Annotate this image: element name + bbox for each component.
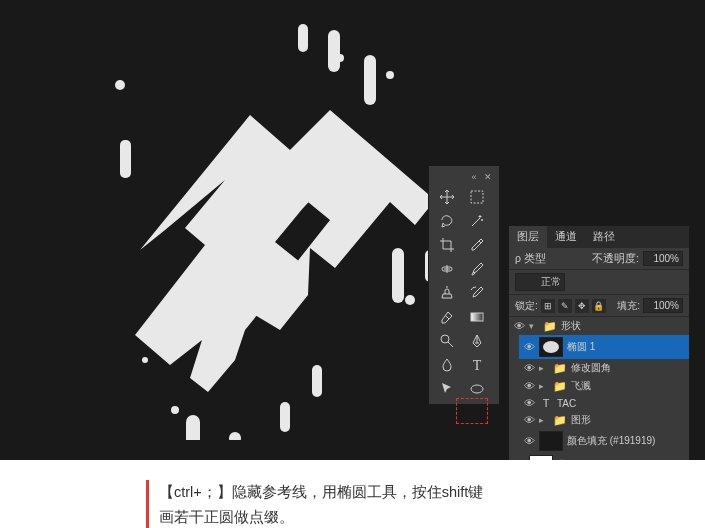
svg-rect-13 [186,415,200,440]
visibility-icon[interactable]: 👁 [523,341,535,353]
visibility-icon[interactable]: 👁 [523,362,535,374]
svg-point-3 [229,432,241,440]
svg-text:T: T [473,358,482,373]
layer-color-fill[interactable]: 👁颜色填充 (#191919) [519,429,689,453]
lock-position-icon[interactable]: ✥ [575,299,589,313]
svg-point-19 [441,335,449,343]
ellipse-tool[interactable] [463,378,491,400]
svg-point-4 [405,295,415,305]
svg-point-1 [386,71,394,79]
tab-channels[interactable]: 通道 [547,226,585,248]
layer-name: 颜色填充 (#191919) [567,434,655,448]
layer-group-round-corners[interactable]: 👁▸📁修改圆角 [519,359,689,377]
move-tool[interactable] [433,186,461,208]
expand-icon[interactable]: ▸ [539,415,549,425]
layer-name: TAC [557,398,576,409]
magic-wand-tool[interactable] [463,210,491,232]
layer-thumb [539,337,563,357]
layer-group-graphics[interactable]: 👁▸📁图形 [519,411,689,429]
svg-rect-8 [328,30,340,72]
crop-tool[interactable] [433,234,461,256]
caption-line-1: 【ctrl+；】隐藏参考线，用椭圆工具，按住shift键 [159,480,559,505]
dodge-tool[interactable] [433,330,461,352]
layer-name: 椭圆 1 [567,340,595,354]
visibility-icon[interactable]: 👁 [523,414,535,426]
svg-rect-15 [312,365,322,397]
visibility-icon[interactable]: 👁 [523,435,535,447]
layer-thumb [529,455,553,460]
layers-panel: 图层 通道 路径 ρ 类型 不透明度: 100% 正常 锁定: ⊞ ✎ ✥ 🔒 … [508,225,690,460]
svg-rect-14 [280,402,290,432]
visibility-icon[interactable]: 👁 [523,397,535,409]
layer-text-tac[interactable]: 👁TTAC [519,395,689,411]
folder-icon: 📁 [553,380,567,393]
folder-icon: 📁 [543,320,557,333]
path-selection-tool[interactable] [433,378,461,400]
panel-close-icon[interactable]: ✕ [483,172,493,182]
visibility-icon[interactable]: 👁 [523,380,535,392]
svg-point-2 [171,406,179,414]
svg-rect-9 [298,24,308,52]
svg-point-0 [115,80,125,90]
panel-collapse-icon[interactable]: « [469,172,479,182]
layer-name: 飞溅 [571,379,591,393]
layer-group-splash[interactable]: 👁▸📁飞溅 [519,377,689,395]
gradient-tool[interactable] [463,306,491,328]
svg-rect-10 [364,55,376,105]
lock-transparency-icon[interactable]: ⊞ [541,299,555,313]
text-layer-icon: T [539,397,553,409]
layer-name: 图形 [571,413,591,427]
folder-icon: 📁 [553,414,567,427]
svg-rect-7 [120,140,131,178]
expand-icon[interactable]: ▾ [529,321,539,331]
pen-tool[interactable] [463,330,491,352]
expand-icon[interactable]: ▸ [539,363,549,373]
layer-ellipse-1[interactable]: 👁椭圆 1 [519,335,689,359]
layer-thumb [539,431,563,451]
svg-rect-18 [471,313,483,321]
caption-line-2: 画若干正圆做点缀。 [159,505,559,528]
healing-brush-tool[interactable] [433,258,461,280]
folder-icon: 📁 [553,362,567,375]
blur-tool[interactable] [433,354,461,376]
lock-all-icon[interactable]: 🔒 [592,299,606,313]
kind-filter-label: ρ 类型 [515,252,546,266]
marquee-tool[interactable] [463,186,491,208]
lock-label: 锁定: [515,299,538,313]
layer-tree: 👁▾📁形状 👁椭圆 1 👁▸📁修改圆角 👁▸📁飞溅 👁TTAC 👁▸📁图形 👁颜… [509,317,689,460]
layer-background[interactable]: 👁背景 [509,453,689,460]
svg-point-21 [471,385,483,393]
history-brush-tool[interactable] [463,282,491,304]
eyedropper-tool[interactable] [463,234,491,256]
tac-artwork [50,20,430,440]
fill-value[interactable]: 100% [643,298,683,313]
opacity-label: 不透明度: [592,252,639,266]
tab-paths[interactable]: 路径 [585,226,623,248]
expand-icon[interactable]: ▸ [539,381,549,391]
clone-stamp-tool[interactable] [433,282,461,304]
instruction-caption: 【ctrl+；】隐藏参考线，用椭圆工具，按住shift键 画若干正圆做点缀。 [0,460,705,528]
fill-label: 填充: [617,299,640,313]
layer-name: 背景 [557,458,577,460]
layer-name: 修改圆角 [571,361,611,375]
visibility-icon[interactable]: 👁 [513,320,525,332]
lock-image-icon[interactable]: ✎ [558,299,572,313]
blend-mode-select[interactable]: 正常 [515,273,565,291]
svg-rect-11 [392,248,404,303]
opacity-value[interactable]: 100% [643,251,683,266]
photoshop-tools-panel: «✕ T [428,165,500,405]
visibility-icon[interactable]: 👁 [513,459,525,460]
layer-group-shapes[interactable]: 👁▾📁形状 [509,317,689,335]
brush-tool[interactable] [463,258,491,280]
svg-rect-16 [471,191,483,203]
layer-name: 形状 [561,319,581,333]
tab-layers[interactable]: 图层 [509,226,547,248]
type-tool[interactable]: T [463,354,491,376]
svg-point-5 [142,357,148,363]
eraser-tool[interactable] [433,306,461,328]
lasso-tool[interactable] [433,210,461,232]
